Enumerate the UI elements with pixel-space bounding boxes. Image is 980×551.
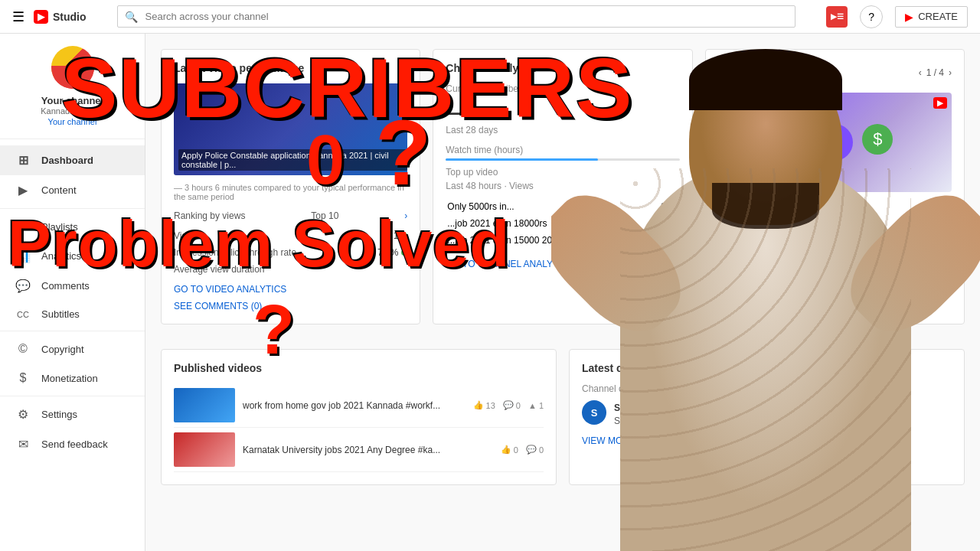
sidebar-item-playlists[interactable]: ≡ Playlists xyxy=(0,212,145,241)
ranking-row: Ranking by views Top 10 › xyxy=(174,210,407,221)
news-header: News ‹ 1 / 4 › xyxy=(718,62,952,83)
sidebar-label-comments: Comments xyxy=(41,280,90,292)
create-label: CREATE xyxy=(918,11,958,22)
sidebar-item-monetization[interactable]: $ Monetization xyxy=(0,364,145,393)
top-video-row-1: Only 5000rs in... 2.0k xyxy=(447,199,678,214)
sidebar-label-playlists: Playlists xyxy=(41,221,78,233)
sidebar-item-subtitles[interactable]: CC Subtitles xyxy=(0,301,145,328)
sidebar-item-copyright[interactable]: © Copyright xyxy=(0,334,145,364)
thumbs-up-icon: 👍 xyxy=(776,124,807,161)
comments-icon-2: 💬 xyxy=(526,445,537,455)
subscribers-count: — xyxy=(446,100,679,125)
sidebar-label-analytics: Analytics xyxy=(41,250,81,262)
news-article-desc: ...creator news and updates from xyxy=(718,214,952,225)
pub-likes-2: 👍 0 xyxy=(501,445,518,455)
metric-views-num: 1 xyxy=(394,230,399,241)
go-to-analytics-link[interactable]: GO TO VIDEO ANALYTICS xyxy=(174,284,407,295)
sidebar-item-feedback[interactable]: ✉ Send feedback xyxy=(0,429,145,459)
video-thumbnail: Apply Police Constable application Kanna… xyxy=(174,83,407,175)
content-icon: ▶ xyxy=(15,183,31,197)
news-card: News ‹ 1 / 4 › 👍 🙎 $ ▶ xyxy=(705,49,965,324)
news-next-icon[interactable]: › xyxy=(949,67,952,78)
top-navigation: ☰ ▶ Studio 🔍 ▶☰ ? ▶ CREATE xyxy=(0,0,980,34)
person-icon: 🙎 xyxy=(816,124,853,161)
news-image: 👍 🙎 $ ▶ xyxy=(718,93,952,192)
green-indicator-ctr xyxy=(401,249,407,256)
comment-time-1: 6 days ago xyxy=(684,403,726,412)
metric-ctr-value: 7.7% xyxy=(377,247,407,258)
comment-text-1: Sir outsiders who don't know language ca… xyxy=(614,416,952,426)
sidebar-item-content[interactable]: ▶ Content xyxy=(0,175,145,205)
thumbsup-count-1: 1 xyxy=(539,401,544,410)
metric-duration-label: Average view duration xyxy=(174,264,265,275)
news-prev-icon[interactable]: ‹ xyxy=(919,67,922,78)
playlists-icon: ≡ xyxy=(15,220,31,233)
top-video-label-2: ...job 2021 earn 18000rs xyxy=(447,216,653,231)
search-input[interactable] xyxy=(117,5,796,28)
sidebar-label-content: Content xyxy=(41,184,77,196)
comments-count-1: 0 xyxy=(516,401,521,410)
sidebar-label-subtitles: Subtitles xyxy=(41,308,80,320)
perf-note: — 3 hours 6 minutes compared to your typ… xyxy=(174,183,407,201)
watch-note: Last 48 hours · Views xyxy=(446,181,679,191)
subscribers-label: Current subscribers xyxy=(446,83,679,94)
logo: ▶ Studio xyxy=(34,10,87,24)
studio-label: Studio xyxy=(53,11,87,23)
comment-body-1: Shruti Khanna 6 days ago Sir outsiders w… xyxy=(614,400,952,426)
metric-ctr: Impressions click-through rate 7.7% xyxy=(174,244,407,261)
pub-thumb-2 xyxy=(174,432,235,467)
hamburger-menu[interactable]: ☰ xyxy=(12,8,24,25)
green-indicator xyxy=(401,233,407,239)
comments-icon: 💬 xyxy=(15,279,31,293)
top-videos-label: Top up video xyxy=(446,167,679,178)
sidebar-label-feedback: Send feedback xyxy=(41,439,108,450)
channel-analytics-card: Channel analytics Current subscribers — … xyxy=(433,49,692,324)
your-channel-link[interactable]: Your channel xyxy=(48,117,97,126)
sidebar-item-comments[interactable]: 💬 Comments xyxy=(0,271,145,301)
watch-time-label: Watch time (hours) xyxy=(446,145,679,155)
published-title: Published videos xyxy=(174,362,544,374)
top-video-val-3 xyxy=(655,233,678,248)
subtitles-icon: CC xyxy=(15,310,31,319)
channel-name: Your channel xyxy=(41,95,103,106)
view-more-comments-link[interactable]: VIEW MORE xyxy=(582,435,952,446)
news-article-title: Creator Roundup is here! xyxy=(718,200,952,211)
pub-video-2: Karnatak University jobs 2021 Any Degree… xyxy=(174,428,544,472)
likes-count-1: 13 xyxy=(486,401,495,410)
copyright-icon: © xyxy=(15,342,31,356)
change-period: Last 28 days xyxy=(446,125,679,135)
latest-comments-card: Latest comments Channel comments I haven… xyxy=(569,349,965,485)
metric-views-value: 1 xyxy=(394,230,408,241)
pub-likes-1: 👍 13 xyxy=(473,400,495,410)
sidebar-item-dashboard[interactable]: ⊞ Dashboard xyxy=(0,145,145,175)
metric-views: Views 1 xyxy=(174,227,407,244)
news-navigation: ‹ 1 / 4 › xyxy=(919,67,952,78)
sidebar-item-settings[interactable]: ⚙ Settings xyxy=(0,399,145,429)
pub-thumb-1 xyxy=(174,388,235,422)
top-video-label-1: Only 5000rs in... xyxy=(447,199,653,214)
nav-right: ▶☰ ? ▶ CREATE xyxy=(826,5,968,28)
pub-comments-2: 💬 0 xyxy=(526,445,544,455)
pub-stats-1: 👍 13 💬 0 ▲ 1 xyxy=(473,400,544,410)
search-icon: 🔍 xyxy=(125,11,138,23)
news-title-label: News xyxy=(718,62,746,74)
top-videos-table: Only 5000rs in... 2.0k ...job 2021 earn … xyxy=(446,197,679,249)
news-pagination: 1 / 4 xyxy=(926,67,944,78)
comment-author-line: Shruti Khanna 6 days ago xyxy=(614,400,952,414)
video-label-text: Apply Police Constable application Kanna… xyxy=(178,149,407,171)
see-comments-link[interactable]: SEE COMMENTS (0) xyxy=(174,301,407,311)
search-wrapper: 🔍 xyxy=(117,5,796,28)
sidebar-item-analytics[interactable]: 📊 Analytics xyxy=(0,241,145,271)
sidebar-divider-2 xyxy=(0,331,145,331)
avatar xyxy=(51,46,94,89)
top-video-val-2 xyxy=(655,216,678,231)
yt-news-badge: ▶ xyxy=(933,97,947,109)
help-button[interactable]: ? xyxy=(860,5,883,28)
monetization-icon: $ xyxy=(15,371,31,385)
ranking-arrow[interactable]: › xyxy=(404,210,407,221)
pub-comments-1: 💬 0 xyxy=(503,400,521,410)
account-avatar[interactable]: ▶☰ xyxy=(826,6,848,28)
go-channel-analytics-link[interactable]: GO TO CHANNEL ANALYTICS xyxy=(446,259,679,269)
likes-icon-1: 👍 xyxy=(473,400,484,410)
create-button[interactable]: ▶ CREATE xyxy=(895,6,968,28)
